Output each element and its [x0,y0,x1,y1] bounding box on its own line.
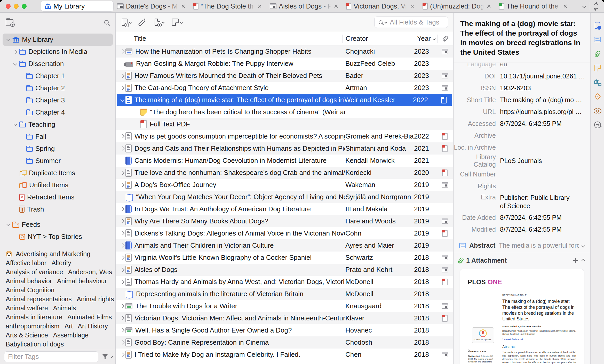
tab[interactable]: “The Dog Stole the P [190,1,266,11]
collection-row[interactable]: Teaching [3,118,113,131]
tab[interactable]: The Hound of the Ba [495,1,572,11]
twisty-icon[interactable] [19,134,25,140]
abstract-expand-chevron-icon[interactable] [582,244,585,247]
twisty-icon[interactable] [12,234,18,240]
attachments-section-header[interactable]: 1 Attachment [454,253,590,268]
field-value[interactable]: en [500,63,590,68]
column-header-year[interactable]: Year [414,35,437,43]
field-value[interactable]: 8/7/2024, 6:42:55 PM [500,214,590,221]
item-row[interactable]: Canis Modernis: Human/Dog Coevolution in… [116,155,453,167]
item-twisty-icon[interactable] [119,218,125,224]
zoom-window-button[interactable] [22,4,27,9]
item-twisty-icon[interactable] [134,109,140,115]
item-pane-nav-icon[interactable] [591,75,604,89]
metadata-field-row[interactable]: Modified 8/7/2024, 6:42:55 PM [454,223,590,235]
twisty-icon[interactable] [5,222,11,228]
twisty-icon[interactable] [12,182,18,188]
tab-close-icon[interactable] [180,3,186,9]
item-row[interactable]: I Tried to Make My Dog an Instagram Cele… [116,349,453,361]
item-row[interactable]: The Cat-and-Dog Theory of Attachment Sty… [116,82,453,94]
item-twisty-icon[interactable] [119,170,125,176]
tag-line[interactable]: Analysis of variance Anderson, Wes [6,268,115,277]
twisty-icon[interactable] [12,122,18,128]
item-row[interactable]: Why Are There So Many Books About Dogs? … [116,215,453,227]
tag-line[interactable]: Animal representations Animal rights [6,295,115,304]
item-twisty-icon[interactable] [119,315,125,321]
tag-line[interactable]: Arts & Science Assemblage [6,331,115,340]
twisty-icon[interactable] [19,146,25,152]
collection-search-icon[interactable] [104,20,109,25]
item-row[interactable]: Victorian Dogs, Victorian Men: Affect an… [116,312,453,324]
tag-label[interactable]: Animal welfare Animals [6,304,76,312]
metadata-field-row[interactable]: Archive [454,130,590,141]
collection-row[interactable]: Chapter 1 [3,70,113,82]
add-attachment-plus-icon[interactable] [573,258,578,263]
metadata-field-row[interactable]: Rights [454,180,590,192]
tab-list-chevron-icon[interactable] [582,4,586,8]
search-box[interactable] [374,17,448,28]
item-twisty-icon[interactable] [119,158,125,164]
item-twisty-icon[interactable] [119,242,125,249]
metadata-field-row[interactable]: Short Title The making of a (dog) mo … [454,94,590,106]
field-value[interactable]: 1932-6203 [500,84,590,92]
item-pane-nav-icon[interactable] [591,47,604,61]
item-row[interactable]: How Famous Writers Mourned the Death of … [116,70,453,82]
collection-row[interactable]: Feeds [3,219,113,231]
item-pane-nav-icon[interactable] [591,118,604,132]
item-twisty-icon[interactable] [119,303,125,309]
tag-label[interactable]: Arts & Science Assemblage [6,331,89,339]
twisty-icon[interactable] [19,109,25,116]
item-twisty-icon[interactable] [119,230,125,237]
tag-line[interactable]: Affective labor Alterity [6,258,115,268]
item-row[interactable]: Full Text PDF [116,118,453,130]
twisty-icon[interactable] [19,85,25,91]
add-attachment-button[interactable] [155,19,164,26]
tab-close-icon[interactable] [257,3,263,9]
item-twisty-icon[interactable] [119,279,125,285]
item-twisty-icon[interactable] [119,352,125,358]
item-row[interactable]: “The dog hero has been critical to the s… [116,106,453,118]
search-input[interactable] [389,18,444,27]
tag-label[interactable]: anthropomorphism Art Art History [6,322,108,330]
column-header-creator[interactable]: Creator [342,35,414,43]
metadata-field-row[interactable]: Extra Publisher: Public Library of Scien… [454,192,590,212]
new-item-button[interactable] [122,19,131,26]
tag-line[interactable]: Animal welfare Animals [6,304,115,313]
tag-label[interactable]: Affective labor Alterity [6,259,71,267]
tag-line[interactable]: Animals in literature Animated Films [6,313,115,322]
twisty-icon[interactable] [12,194,18,200]
metadata-field-row[interactable]: ISSN 1932-6203 [454,82,590,94]
metadata-field-row[interactable]: Loc. in Archive [454,141,590,153]
column-header-attachment[interactable] [437,35,453,43]
collection-row[interactable]: Fall [3,131,113,143]
item-row[interactable]: In Dogs We Trust: An Anthology of Americ… [116,203,453,215]
item-twisty-icon[interactable] [119,206,125,212]
metadata-field-row[interactable]: Language en [454,63,590,70]
collection-row[interactable]: Depictions In Media [3,46,113,58]
item-twisty-icon[interactable] [119,48,125,55]
collection-row[interactable]: My Library [3,34,113,46]
item-twisty-icon[interactable] [119,255,125,261]
abstract-section[interactable]: Abstract The media is a powerful forc… [454,238,590,253]
collection-row[interactable]: Dissertation [3,58,113,70]
item-row[interactable]: Animals and Their Children in Victorian … [116,239,453,252]
tab[interactable]: Aisles of Dogs - Pra [266,1,343,11]
tag-line[interactable]: Advertising and Marketing [6,249,115,258]
item-twisty-icon[interactable] [119,182,125,188]
item-row[interactable]: “When Your Dog Matches Your Decor”: Obje… [116,191,453,203]
tab[interactable]: (Un)muzzled: Dogs i [419,1,495,11]
attachments-collapse-chevron-icon[interactable] [582,258,585,262]
new-note-button[interactable] [172,19,182,26]
metadata-field-row[interactable]: Library Catalog PLoS Journals [454,153,590,168]
twisty-icon[interactable] [5,37,11,43]
minimize-window-button[interactable] [14,4,19,9]
column-header-title[interactable]: Title [116,35,342,43]
tab[interactable]: Dante's Dogs - Mang [113,1,190,11]
tag-label[interactable]: Animal behavior Animal behaviour [6,277,107,285]
item-twisty-icon[interactable] [119,267,125,273]
item-row[interactable]: Well, Has a Single Good Author Ever Owne… [116,324,453,336]
metadata-field-row[interactable]: URL https://journals.plos.org/pl … [454,106,590,118]
field-value[interactable]: 8/7/2024, 6:42:55 PM [500,226,590,233]
metadata-field-row[interactable]: Date Added 8/7/2024, 6:42:55 PM [454,212,590,223]
collection-row[interactable]: Summer [3,155,113,167]
